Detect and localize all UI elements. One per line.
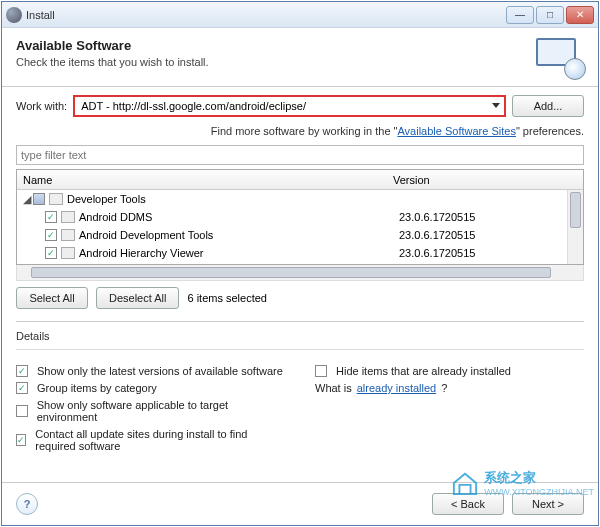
- maximize-button[interactable]: □: [536, 6, 564, 24]
- already-installed-hint: What is already installed?: [315, 382, 584, 394]
- category-icon: [49, 193, 63, 205]
- watermark: 系统之家 WWW.XITONGZHIJIA.NET: [450, 469, 594, 497]
- tree-group[interactable]: ◢ Developer Tools: [17, 190, 583, 208]
- feature-icon: [61, 247, 75, 259]
- selection-count: 6 items selected: [187, 292, 266, 304]
- item-checkbox[interactable]: [45, 247, 57, 259]
- deselect-all-button[interactable]: Deselect All: [96, 287, 179, 309]
- wizard-header: Available Software Check the items that …: [2, 28, 598, 87]
- minimize-button[interactable]: —: [506, 6, 534, 24]
- work-with-combo[interactable]: ADT - http://dl-ssl.google.com/android/e…: [73, 95, 506, 117]
- chevron-down-icon: [492, 103, 500, 108]
- tree-item[interactable]: Android Development Tools 23.0.6.1720515: [17, 226, 583, 244]
- hide-installed-checkbox[interactable]: [315, 365, 327, 377]
- feature-icon: [61, 229, 75, 241]
- expand-icon[interactable]: ◢: [23, 193, 33, 206]
- group-checkbox[interactable]: [33, 193, 45, 205]
- feature-icon: [61, 211, 75, 223]
- watermark-logo-icon: [450, 470, 480, 496]
- install-icon: [536, 38, 584, 78]
- titlebar[interactable]: Install — □ ✕: [2, 2, 598, 28]
- filter-input[interactable]: [16, 145, 584, 165]
- help-icon[interactable]: ?: [16, 493, 38, 515]
- vertical-scrollbar[interactable]: [567, 190, 583, 264]
- details-box: [16, 344, 584, 350]
- col-name[interactable]: Name: [17, 174, 387, 186]
- eclipse-icon: [6, 7, 22, 23]
- group-by-category-checkbox[interactable]: [16, 382, 28, 394]
- software-tree[interactable]: Name Version ◢ Developer Tools Android D…: [16, 169, 584, 265]
- page-title: Available Software: [16, 38, 536, 53]
- item-checkbox[interactable]: [45, 211, 57, 223]
- only-applicable-checkbox[interactable]: [16, 405, 28, 417]
- work-with-value: ADT - http://dl-ssl.google.com/android/e…: [81, 100, 306, 112]
- select-all-button[interactable]: Select All: [16, 287, 88, 309]
- window-title: Install: [26, 9, 506, 21]
- add-button[interactable]: Add...: [512, 95, 584, 117]
- already-installed-link[interactable]: already installed: [357, 382, 437, 394]
- tree-item[interactable]: Android DDMS 23.0.6.1720515: [17, 208, 583, 226]
- item-checkbox[interactable]: [45, 229, 57, 241]
- divider: [16, 321, 584, 322]
- contact-all-checkbox[interactable]: [16, 434, 26, 446]
- horizontal-scrollbar[interactable]: [16, 265, 584, 281]
- install-window: Install — □ ✕ Available Software Check t…: [1, 1, 599, 526]
- work-with-label: Work with:: [16, 100, 67, 112]
- available-software-sites-link[interactable]: Available Software Sites: [397, 125, 515, 137]
- col-version[interactable]: Version: [387, 174, 583, 186]
- tree-header: Name Version: [17, 170, 583, 190]
- software-sites-hint: Find more software by working in the "Av…: [16, 125, 584, 137]
- close-button[interactable]: ✕: [566, 6, 594, 24]
- page-subtitle: Check the items that you wish to install…: [16, 56, 536, 68]
- show-latest-checkbox[interactable]: [16, 365, 28, 377]
- details-label: Details: [16, 330, 584, 342]
- tree-item[interactable]: Android Hierarchy Viewer 23.0.6.1720515: [17, 244, 583, 262]
